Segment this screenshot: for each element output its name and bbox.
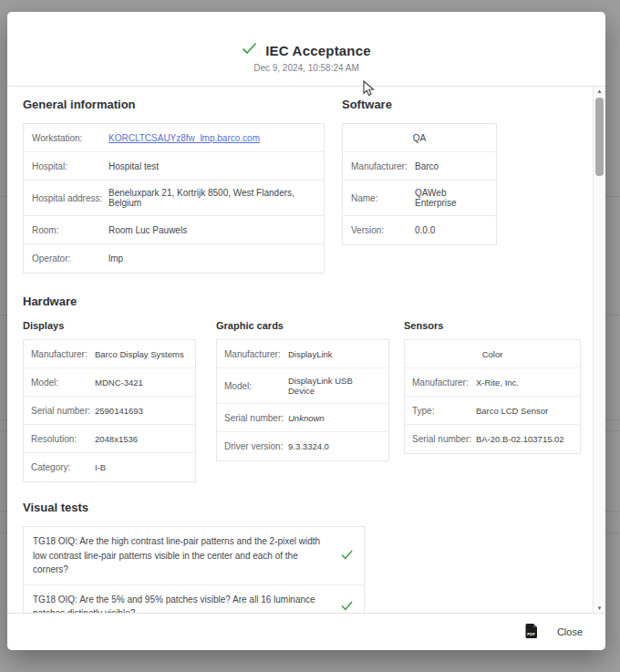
row-value: BA-20.B-02.103715.02 — [476, 434, 564, 444]
table-row: Manufacturer: Barco Display Systems — [24, 340, 195, 368]
row-value: Room Luc Pauwels — [108, 225, 187, 235]
visual-test-row: TG18 OIQ: Are the high contrast line-pai… — [24, 527, 364, 585]
dialog-title: IEC Acceptance — [265, 43, 371, 58]
row-label: Serial number: — [412, 434, 476, 444]
table-header-row: QA — [343, 124, 496, 152]
general-information-title: General information — [23, 98, 325, 111]
row-value: DisplayLink — [288, 349, 333, 359]
general-information-table: Workstation: KORCLTCSAUYz8fw_lmp.barco.c… — [23, 123, 325, 274]
row-value: MDNC-3421 — [95, 377, 143, 388]
row-label: Serial number: — [224, 413, 288, 423]
row-label: Manufacturer: — [31, 349, 95, 359]
export-pdf-button[interactable]: PDF — [525, 624, 537, 641]
row-value: QAWeb Enterprise — [415, 188, 488, 208]
hardware-title: Hardware — [23, 295, 593, 308]
graphic-cards-table: Manufacturer: DisplayLink Model: Display… — [216, 339, 389, 461]
row-label: Driver version: — [224, 441, 288, 451]
displays-subsection: Displays Manufacturer: Barco Display Sys… — [23, 320, 196, 482]
dialog-content: General information Workstation: KORCLTC… — [7, 87, 593, 613]
table-row: Model: MDNC-3421 — [24, 368, 195, 397]
row-label: Manufacturer: — [224, 349, 288, 359]
row-label: Manufacturer: — [412, 377, 476, 388]
row-value: Barco LCD Sensor — [476, 406, 548, 416]
graphic-cards-title: Graphic cards — [216, 320, 389, 331]
table-row: Driver version: 9.3.3324.0 — [217, 432, 388, 460]
table-row: Hospital address: Beneluxpark 21, Kortri… — [24, 181, 324, 216]
sensors-column-header: Color — [482, 349, 503, 359]
table-row: Serial number: 2590141693 — [24, 397, 195, 425]
row-value: Beneluxpark 21, Kortrijk 8500, West Flan… — [108, 188, 315, 208]
check-icon — [242, 42, 257, 58]
table-row: Manufacturer: Barco — [343, 152, 496, 181]
table-row: Serial number: BA-20.B-02.103715.02 — [405, 425, 580, 453]
row-label: Room: — [32, 225, 108, 235]
row-label: Manufacturer: — [351, 161, 415, 171]
row-value: Barco — [415, 161, 439, 171]
visual-tests-section: Visual tests TG18 OIQ: Are the high cont… — [23, 501, 593, 613]
visual-tests-title: Visual tests — [23, 501, 593, 514]
table-row: Workstation: KORCLTCSAUYz8fw_lmp.barco.c… — [24, 124, 324, 152]
row-value: Unknown — [288, 413, 325, 423]
row-value: 2048x1536 — [95, 434, 138, 444]
displays-title: Displays — [23, 320, 196, 331]
table-row: Manufacturer: DisplayLink — [217, 340, 388, 368]
software-table: QA Manufacturer: Barco Name: QAWeb Enter… — [342, 123, 497, 245]
row-label: Serial number: — [31, 406, 95, 416]
svg-text:PDF: PDF — [527, 631, 535, 636]
row-value: 9.3.3324.0 — [288, 441, 329, 451]
table-row: Operator: lmp — [24, 244, 324, 273]
workstation-link[interactable]: KORCLTCSAUYz8fw_lmp.barco.com — [108, 133, 260, 143]
row-value: I-B — [95, 462, 106, 472]
scrollbar-up-arrow[interactable]: ▲ — [594, 87, 605, 96]
check-icon — [341, 598, 353, 613]
row-value: 0.0.0 — [415, 225, 435, 235]
row-label: Resolution: — [31, 434, 95, 444]
table-row: Version: 0.0.0 — [343, 216, 496, 244]
visual-test-question: TG18 OIQ: Are the 5% and 95% patches vis… — [33, 593, 341, 614]
dialog-footer: PDF Close — [7, 613, 605, 650]
row-label: Model: — [224, 381, 288, 391]
close-button[interactable]: Close — [557, 626, 583, 637]
row-value: lmp — [108, 253, 123, 264]
table-row: Type: Barco LCD Sensor — [405, 397, 580, 425]
row-label: Version: — [351, 225, 415, 235]
pdf-file-icon: PDF — [525, 624, 537, 641]
row-label: Hospital: — [32, 161, 108, 171]
dialog-timestamp: Dec 9, 2024, 10:58:24 AM — [7, 63, 605, 73]
software-column-header: QA — [413, 133, 426, 143]
scrollbar-thumb[interactable] — [595, 98, 604, 176]
scrollbar-down-arrow[interactable]: ▼ — [594, 604, 605, 613]
row-label: Hospital address: — [32, 193, 108, 203]
table-row: Serial number: Unknown — [217, 404, 388, 432]
row-value: 2590141693 — [95, 406, 143, 416]
table-header-row: Color — [405, 340, 580, 368]
row-value: Hospital test — [108, 161, 159, 171]
row-label: Name: — [351, 193, 415, 203]
software-section: Software QA Manufacturer: Barco Name: QA… — [342, 98, 497, 274]
row-value: Barco Display Systems — [95, 349, 184, 359]
content-scrollbar[interactable]: ▲ ▼ — [593, 87, 605, 613]
row-value: DisplayLink USB Device — [288, 376, 381, 396]
table-row: Name: QAWeb Enterprise — [343, 181, 496, 216]
hardware-section: Hardware Displays Manufacturer: Barco Di… — [23, 295, 593, 482]
check-icon — [341, 547, 353, 563]
sensors-title: Sensors — [404, 320, 581, 331]
graphic-cards-subsection: Graphic cards Manufacturer: DisplayLink … — [216, 320, 389, 482]
dialog-header: IEC Acceptance Dec 9, 2024, 10:58:24 AM — [7, 12, 605, 86]
iec-acceptance-dialog: IEC Acceptance Dec 9, 2024, 10:58:24 AM … — [7, 12, 605, 650]
visual-test-row: TG18 OIQ: Are the 5% and 95% patches vis… — [24, 585, 364, 614]
software-title: Software — [342, 98, 497, 111]
table-row: Room: Room Luc Pauwels — [24, 216, 324, 244]
displays-table: Manufacturer: Barco Display Systems Mode… — [23, 339, 196, 482]
sensors-table: Color Manufacturer: X-Rite, Inc. Type: B… — [404, 339, 581, 454]
table-row: Manufacturer: X-Rite, Inc. — [405, 368, 580, 397]
row-label: Category: — [31, 462, 95, 472]
table-row: Category: I-B — [24, 453, 195, 481]
sensors-subsection: Sensors Color Manufacturer: X-Rite, Inc.… — [404, 320, 581, 482]
table-row: Resolution: 2048x1536 — [24, 425, 195, 453]
table-row: Hospital: Hospital test — [24, 152, 324, 181]
visual-test-question: TG18 OIQ: Are the high contrast line-pai… — [33, 534, 341, 577]
table-row: Model: DisplayLink USB Device — [217, 368, 388, 404]
row-label: Workstation: — [32, 133, 108, 143]
row-label: Operator: — [32, 253, 108, 264]
